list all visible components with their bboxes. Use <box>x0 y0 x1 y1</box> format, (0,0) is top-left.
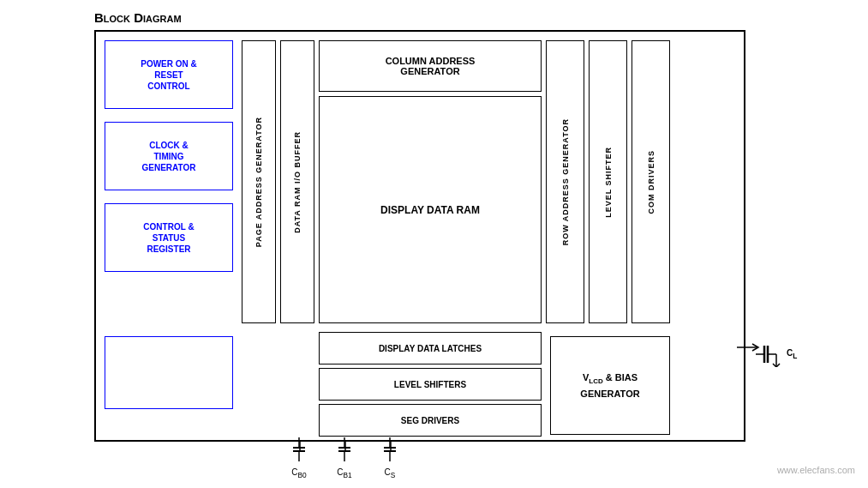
cap-b0-symbol <box>291 437 307 467</box>
vlcd-rest-label: & BIASGENERATOR <box>580 372 639 399</box>
cap-b1-symbol <box>337 437 352 467</box>
cap-b0-label: CB0 <box>291 467 306 479</box>
com-drivers-block: COM DRIVERS <box>632 40 670 323</box>
cap-b0-group: CB0 <box>291 437 307 479</box>
column-address-generator: COLUMN ADDRESSGENERATOR <box>319 40 542 92</box>
cap-b1-group: CB1 <box>337 437 352 479</box>
vlcd-bias-generator: VLCD & BIASGENERATOR <box>550 336 670 435</box>
cap-b1-label: CB1 <box>337 467 351 479</box>
com-drivers-label: COM DRIVERS <box>647 150 655 214</box>
watermark: www.elecfans.com <box>777 465 855 475</box>
vlcd-subscript: LCD <box>589 377 602 385</box>
main-diagram-box: POWER ON &RESETCONTROL CLOCK &TIMINGGENE… <box>94 30 745 442</box>
display-data-ram: DISPLAY DATA RAM <box>319 96 542 323</box>
page-address-generator: PAGE ADDRESS GENERATOR <box>242 40 276 323</box>
data-ram-io-label: DATA RAM I/O BUFFER <box>293 131 302 233</box>
clock-timing-block: CLOCK &TIMINGGENERATOR <box>105 122 233 190</box>
page-address-label: PAGE ADDRESS GENERATOR <box>254 117 263 247</box>
row-address-generator: ROW ADDRESS GENERATOR <box>546 40 584 323</box>
page-title: Block Diagram <box>94 10 182 25</box>
display-data-latches: DISPLAY DATA LATCHES <box>319 332 542 364</box>
cap-s-label: CS <box>385 467 396 479</box>
cap-s-symbol <box>382 437 398 467</box>
level-shifters-block: LEVEL SHIFTERS <box>319 368 542 401</box>
command-host-outer: COMMAND HOST INTERFACE <box>105 336 233 409</box>
seg-drivers-block: SEG DRIVERS <box>319 404 542 437</box>
cap-l-symbol <box>756 341 781 367</box>
power-on-reset-block: POWER ON &RESETCONTROL <box>105 40 233 109</box>
data-ram-io-buffer: DATA RAM I/O BUFFER <box>280 40 314 323</box>
cap-l-label: CL <box>787 348 797 360</box>
level-shifter-label: LEVEL SHIFTER <box>604 147 613 218</box>
page: Block Diagram POWER ON &RESETCONTROL CLO… <box>0 0 868 488</box>
cap-s-group: CS <box>382 437 398 479</box>
level-shifter-vert: LEVEL SHIFTER <box>589 40 627 323</box>
cap-lines <box>94 442 745 467</box>
control-status-block: CONTROL &STATUSREGISTER <box>105 203 233 272</box>
cap-l-group: CL <box>756 341 797 367</box>
row-address-label: ROW ADDRESS GENERATOR <box>561 118 570 245</box>
